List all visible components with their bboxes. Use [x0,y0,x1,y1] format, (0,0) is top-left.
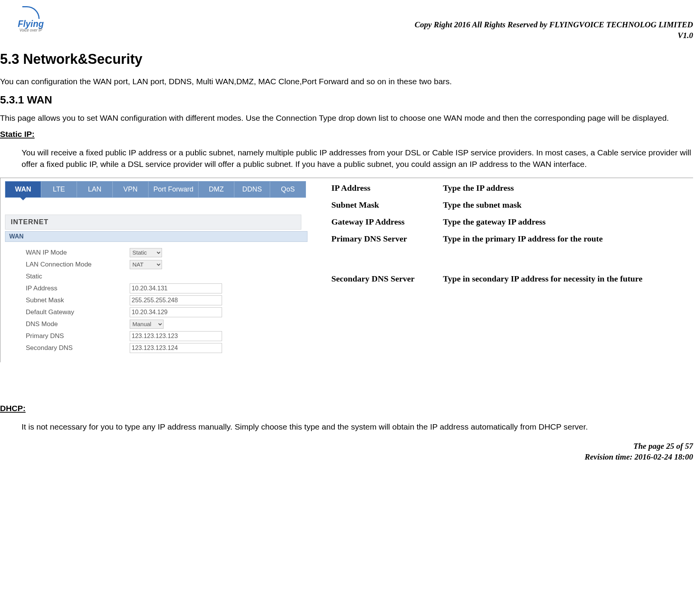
desc-primary-dns-value: Type in the primary IP address for the r… [443,230,693,247]
default-gateway-label: Default Gateway [26,308,130,316]
logo-subtext: Voice over IP [19,28,42,32]
settings-tabs: WAN LTE LAN VPN Port Forward DMZ DDNS Qo… [5,181,306,198]
wan-ip-mode-label: WAN IP Mode [26,249,130,257]
brand-logo: Flying Voice over IP [2,5,59,33]
tab-wan[interactable]: WAN [5,182,41,197]
primary-dns-input[interactable] [130,331,222,341]
subnet-mask-label: Subnet Mask [26,297,130,304]
ip-address-input[interactable] [130,283,222,293]
subnet-mask-input[interactable] [130,295,222,305]
tab-qos[interactable]: QoS [270,182,306,197]
default-gateway-input[interactable] [130,307,222,317]
field-descriptions: IP Address Type the IP address Subnet Ma… [331,178,693,287]
wan-section-header: WAN [5,231,307,242]
desc-primary-dns-label: Primary DNS Server [331,230,443,247]
revision-time: Revision time: 2016-02-24 18:00 [0,451,693,462]
section-intro: You can configuration the WAN port, LAN … [0,76,693,87]
dhcp-heading: DHCP: [0,404,693,413]
lan-connection-mode-select[interactable]: NAT [130,260,162,269]
internet-section-header: INTERNET [5,215,301,230]
tab-lte[interactable]: LTE [41,182,77,197]
ip-address-label: IP Address [26,285,130,292]
desc-secondary-dns-value: Type in secondary IP address for necessi… [443,270,693,287]
subsection-title: 5.3.1 WAN [0,94,693,106]
desc-subnet-value: Type the subnet mask [443,197,693,213]
dns-mode-select[interactable]: Manual [130,320,164,329]
subsection-intro: This page allows you to set WAN configur… [0,112,693,123]
tab-ddns[interactable]: DDNS [234,182,270,197]
static-ip-description: You will receive a fixed public IP addre… [22,147,693,170]
version-text: V1.0 [414,30,693,41]
logo-text: Flying [18,20,44,28]
wave-icon [22,6,40,19]
copyright-text: Copy Right 2016 All Rights Reserved by F… [414,19,693,30]
page-number: The page 25 of 57 [0,441,693,451]
desc-gateway-label: Gateway IP Address [331,213,443,230]
static-label: Static [26,273,130,280]
dhcp-description: It is not necessary for you to type any … [22,421,693,432]
secondary-dns-label: Secondary DNS [26,344,130,352]
tab-port-forward[interactable]: Port Forward [149,182,199,197]
wan-ip-mode-select[interactable]: Static [130,248,162,257]
tab-vpn[interactable]: VPN [113,182,149,197]
tab-dmz[interactable]: DMZ [199,182,234,197]
desc-ip-label: IP Address [331,180,443,197]
wan-settings-panel: WAN LTE LAN VPN Port Forward DMZ DDNS Qo… [0,178,320,362]
secondary-dns-input[interactable] [130,343,222,353]
lan-connection-mode-label: LAN Connection Mode [26,261,130,268]
desc-secondary-dns-label: Secondary DNS Server [331,270,443,287]
desc-ip-value: Type the IP address [443,180,693,197]
desc-subnet-label: Subnet Mask [331,197,443,213]
section-title: 5.3 Network&Security [0,51,693,67]
primary-dns-label: Primary DNS [26,332,130,340]
desc-gateway-value: Type the gateway IP address [443,213,693,230]
tab-lan[interactable]: LAN [77,182,113,197]
dns-mode-label: DNS Mode [26,320,130,328]
static-ip-heading: Static IP: [0,130,693,139]
